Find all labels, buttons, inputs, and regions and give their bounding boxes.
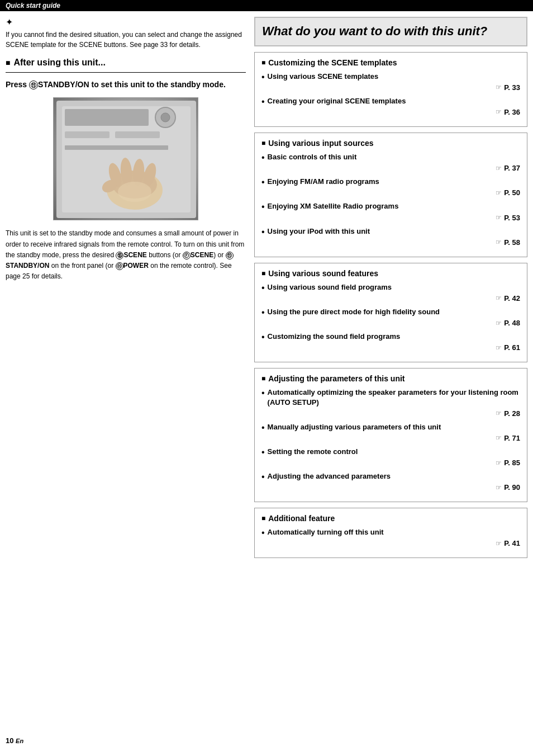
page-ref-row: ☞P. 37 xyxy=(261,164,520,172)
page-ref-num: P. 37 xyxy=(504,164,520,172)
svg-rect-5 xyxy=(65,131,110,138)
page-ref-num: P. 90 xyxy=(504,483,520,492)
bullet-text: Using various sound field programs xyxy=(268,282,392,292)
svg-rect-7 xyxy=(65,145,168,150)
svg-point-15 xyxy=(118,182,151,202)
bullet-row: •Automatically optimizing the speaker pa… xyxy=(261,388,520,408)
page-ref-num: P. 33 xyxy=(504,83,520,92)
page-ref-num: P. 53 xyxy=(504,214,520,222)
left-column: ✦ If you cannot find the desired situati… xyxy=(6,17,246,564)
page-ref-row: ☞P. 50 xyxy=(261,188,520,197)
bullet-dot: • xyxy=(261,226,265,237)
page-ref-icon: ☞ xyxy=(496,83,502,91)
standby-instruction: Press ⑪STANDBY/ON to set this unit to th… xyxy=(6,78,246,91)
page-ref-num: P. 36 xyxy=(504,108,520,116)
page-ref-icon: ☞ xyxy=(496,434,502,442)
page-ref-icon: ☞ xyxy=(496,484,502,492)
page-ref-row: ☞P. 48 xyxy=(261,319,520,327)
body-text: This unit is set to the standby mode and… xyxy=(6,228,246,282)
sparkle-icon: ✦ xyxy=(6,17,246,27)
after-using-heading: After using this unit... xyxy=(6,58,246,68)
bullet-row: •Creating your original SCENE templates xyxy=(261,96,520,107)
page-ref-num: P. 50 xyxy=(504,188,520,197)
page-ref-icon: ☞ xyxy=(496,238,502,246)
bullet-row: •Manually adjusting various parameters o… xyxy=(261,422,520,433)
page-ref-num: P. 61 xyxy=(504,343,520,352)
page-ref-icon: ☞ xyxy=(496,459,502,467)
page-ref-icon: ☞ xyxy=(496,344,502,352)
page-ref-row: ☞P. 71 xyxy=(261,434,520,442)
bullet-row: •Adjusting the advanced parameters xyxy=(261,471,520,482)
info-box-scene-templates: Customizing the SCENE templates•Using va… xyxy=(254,52,527,127)
divider xyxy=(6,72,246,73)
bullet-row: •Using your iPod with this unit xyxy=(261,226,520,237)
bullet-row: •Automatically turning off this unit xyxy=(261,527,520,538)
page-ref-icon: ☞ xyxy=(496,294,502,302)
info-box-title-additional: Additional feature xyxy=(261,514,520,523)
info-box-title-sound-features: Using various sound features xyxy=(261,269,520,278)
bullet-text: Setting the remote control xyxy=(268,447,358,457)
bullet-row: •Using various SCENE templates xyxy=(261,72,520,82)
svg-point-4 xyxy=(161,113,170,122)
page-ref-num: P. 48 xyxy=(504,319,520,327)
bullet-dot: • xyxy=(261,471,265,482)
bullet-row: •Using various sound field programs xyxy=(261,282,520,293)
bullet-dot: • xyxy=(261,422,265,433)
bullet-text: Enjoying XM Satellite Radio programs xyxy=(268,201,399,211)
bullet-dot: • xyxy=(261,307,265,318)
standby-circle: ⑪ xyxy=(29,81,38,89)
svg-rect-6 xyxy=(115,131,160,138)
device-image xyxy=(53,97,198,220)
bullet-row: •Customizing the sound field programs xyxy=(261,332,520,342)
page-ref-num: P. 28 xyxy=(504,409,520,418)
bullet-text: Using the pure direct mode for high fide… xyxy=(268,307,440,317)
info-box-sound-features: Using various sound features•Using vario… xyxy=(254,263,527,363)
page-ref-row: ☞P. 28 xyxy=(261,409,520,418)
page-ref-num: P. 85 xyxy=(504,459,520,467)
page-number: 10 En xyxy=(6,736,23,745)
intro-text: If you cannot find the desired situation… xyxy=(6,30,246,50)
info-box-parameters: Adjusting the parameters of this unit•Au… xyxy=(254,368,527,502)
page-ref-row: ☞P. 85 xyxy=(261,459,520,467)
page-ref-num: P. 71 xyxy=(504,434,520,442)
top-bar-label: Quick start guide xyxy=(6,2,60,10)
page-ref-icon: ☞ xyxy=(496,214,502,221)
bullet-text: Using your iPod with this unit xyxy=(268,226,370,237)
page-ref-icon: ☞ xyxy=(496,319,502,327)
device-image-inner xyxy=(54,98,198,220)
bullet-dot: • xyxy=(261,388,265,398)
page-ref-row: ☞P. 90 xyxy=(261,483,520,492)
info-box-title-input-sources: Using various input sources xyxy=(261,139,520,148)
bullet-row: •Setting the remote control xyxy=(261,447,520,457)
bullet-text: Automatically turning off this unit xyxy=(268,527,384,537)
page-ref-row: ☞P. 33 xyxy=(261,83,520,92)
bullet-text: Adjusting the advanced parameters xyxy=(268,471,391,481)
bullet-dot: • xyxy=(261,96,265,107)
page-ref-num: P. 42 xyxy=(504,294,520,303)
info-box-title-scene-templates: Customizing the SCENE templates xyxy=(261,58,520,67)
bullet-row: •Using the pure direct mode for high fid… xyxy=(261,307,520,318)
bullet-dot: • xyxy=(261,177,265,187)
right-column: What do you want to do with this unit? C… xyxy=(254,17,527,564)
bullet-dot: • xyxy=(261,72,265,82)
page: Quick start guide ✦ If you cannot find t… xyxy=(0,0,533,756)
page-ref-icon: ☞ xyxy=(496,540,502,547)
boxes-container: Customizing the SCENE templates•Using va… xyxy=(254,52,527,559)
info-box-title-parameters: Adjusting the parameters of this unit xyxy=(261,374,520,383)
bullet-text: Creating your original SCENE templates xyxy=(268,96,406,106)
bullet-row: •Basic controls of this unit xyxy=(261,152,520,163)
page-ref-row: ☞P. 42 xyxy=(261,294,520,303)
page-ref-icon: ☞ xyxy=(496,164,502,172)
svg-rect-2 xyxy=(65,109,149,126)
bullet-text: Basic controls of this unit xyxy=(268,152,357,162)
bullet-text: Manually adjusting various parameters of… xyxy=(268,422,441,432)
page-ref-row: ☞P. 53 xyxy=(261,214,520,222)
bullet-dot: • xyxy=(261,527,265,538)
bullet-dot: • xyxy=(261,201,265,212)
page-ref-row: ☞P. 61 xyxy=(261,343,520,352)
bullet-text: Using various SCENE templates xyxy=(268,72,379,82)
page-ref-icon: ☞ xyxy=(496,409,502,417)
page-ref-row: ☞P. 41 xyxy=(261,539,520,547)
bullet-dot: • xyxy=(261,282,265,293)
bullet-row: •Enjoying XM Satellite Radio programs xyxy=(261,201,520,212)
